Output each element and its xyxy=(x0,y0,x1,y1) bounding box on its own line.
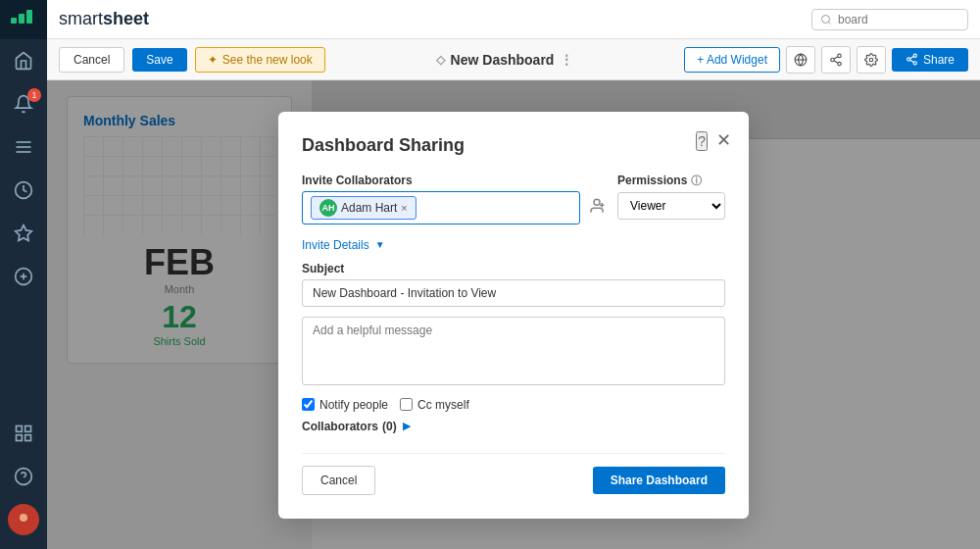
save-button[interactable]: Save xyxy=(132,48,186,72)
add-collaborator-icon[interactable] xyxy=(588,197,606,218)
collaborator-avatar: AH xyxy=(319,199,337,217)
permissions-info-icon[interactable]: ⓘ xyxy=(691,174,702,188)
tag-remove-button[interactable]: × xyxy=(401,202,407,214)
user-avatar xyxy=(8,504,39,535)
search-input[interactable] xyxy=(838,13,946,26)
actionbar: Cancel Save ✦ See the new look ◇ New Das… xyxy=(47,39,980,80)
search-icon xyxy=(820,14,832,25)
cancel-button[interactable]: Cancel xyxy=(59,47,124,73)
svg-line-33 xyxy=(910,57,914,59)
title-divider-icon: ◇ xyxy=(436,53,445,67)
checkbox-row: Notify people Cc myself xyxy=(302,398,725,412)
topbar: smartsheet xyxy=(47,0,980,39)
globe-button[interactable] xyxy=(786,46,815,74)
sidebar-item-favorites[interactable] xyxy=(0,212,47,255)
app-name: smartsheet xyxy=(59,9,149,29)
svg-rect-13 xyxy=(17,435,23,441)
subject-group: Subject xyxy=(302,262,725,307)
svg-point-25 xyxy=(838,62,842,66)
svg-point-31 xyxy=(913,62,916,65)
modal-close-button[interactable]: ✕ xyxy=(716,129,731,151)
svg-point-28 xyxy=(869,58,873,62)
collaborators-label: Collaborators (0) xyxy=(302,420,397,433)
sidebar-item-notifications[interactable]: 1 xyxy=(0,82,47,125)
actionbar-right: + Add Widget Share xyxy=(684,46,968,74)
svg-line-32 xyxy=(910,60,914,62)
dashboard-title: ◇ New Dashboard ⋮ xyxy=(333,52,676,68)
sidebar-item-home[interactable] xyxy=(0,39,47,82)
share-icon xyxy=(906,53,918,66)
sidebar-item-apps[interactable] xyxy=(0,412,47,455)
svg-point-29 xyxy=(913,54,916,57)
svg-point-30 xyxy=(907,58,910,61)
collaborators-row: Collaborators (0) ▶ xyxy=(302,420,725,433)
invite-box[interactable]: AH Adam Hart × xyxy=(302,191,580,225)
svg-rect-0 xyxy=(11,18,17,24)
search-box[interactable] xyxy=(811,9,968,30)
permissions-group: Permissions ⓘ Viewer Editor Admin xyxy=(617,174,725,220)
logo-area xyxy=(0,0,47,39)
sidebar-item-browse[interactable] xyxy=(0,125,47,169)
invite-group: Invite Collaborators AH Adam Hart × xyxy=(302,174,606,225)
notification-badge: 1 xyxy=(27,88,41,102)
invite-details-toggle[interactable]: Invite Details ▼ xyxy=(302,238,725,252)
connections-button[interactable] xyxy=(821,46,851,74)
title-menu-icon[interactable]: ⋮ xyxy=(560,52,573,68)
sharing-modal: Dashboard Sharing ? ✕ Invite Collaborato… xyxy=(278,112,749,519)
svg-rect-2 xyxy=(26,10,32,24)
invite-label: Invite Collaborators xyxy=(302,174,606,187)
sidebar: 1 xyxy=(0,0,47,549)
modal-cancel-button[interactable]: Cancel xyxy=(302,466,375,495)
svg-point-17 xyxy=(20,514,27,522)
invite-details-arrow-icon: ▼ xyxy=(375,239,385,250)
settings-button[interactable] xyxy=(857,46,886,74)
main-area: smartsheet Cancel Save ✦ See the new loo… xyxy=(47,0,980,549)
sidebar-item-recent[interactable] xyxy=(0,169,47,212)
notify-checkbox-label[interactable]: Notify people xyxy=(302,398,388,412)
message-textarea[interactable] xyxy=(302,317,725,385)
svg-rect-12 xyxy=(25,426,31,432)
collaborators-expand-button[interactable]: ▶ xyxy=(403,420,411,432)
sparkle-icon: ✦ xyxy=(208,53,218,67)
modal-overlay[interactable]: Dashboard Sharing ? ✕ Invite Collaborato… xyxy=(47,80,980,549)
modal-title: Dashboard Sharing xyxy=(302,135,725,156)
svg-point-23 xyxy=(838,54,842,58)
sidebar-item-help[interactable] xyxy=(0,455,47,498)
collaborator-tag: AH Adam Hart × xyxy=(311,196,416,220)
invite-row: Invite Collaborators AH Adam Hart × xyxy=(302,174,725,225)
svg-point-24 xyxy=(831,58,835,62)
subject-input[interactable] xyxy=(302,279,725,307)
collaborator-name: Adam Hart xyxy=(341,201,397,215)
svg-point-34 xyxy=(594,199,600,205)
svg-point-19 xyxy=(822,15,830,23)
cc-checkbox[interactable] xyxy=(400,398,413,411)
svg-rect-11 xyxy=(17,426,23,432)
svg-point-18 xyxy=(18,523,30,529)
subject-label: Subject xyxy=(302,262,725,275)
cc-checkbox-label[interactable]: Cc myself xyxy=(400,398,469,412)
svg-line-20 xyxy=(828,22,830,24)
svg-rect-1 xyxy=(19,14,24,24)
logo-icon xyxy=(11,10,36,29)
add-widget-button[interactable]: + Add Widget xyxy=(684,47,780,73)
permissions-label: Permissions ⓘ xyxy=(617,174,725,188)
svg-line-27 xyxy=(834,56,838,58)
sidebar-bottom xyxy=(0,412,47,549)
modal-footer: Cancel Share Dashboard xyxy=(302,453,725,495)
new-look-button[interactable]: ✦ See the new look xyxy=(195,47,325,73)
sidebar-item-avatar[interactable] xyxy=(0,498,47,541)
svg-rect-14 xyxy=(25,435,31,441)
svg-line-26 xyxy=(834,60,838,62)
modal-help-button[interactable]: ? xyxy=(696,131,708,151)
share-button[interactable]: Share xyxy=(892,48,968,72)
modal-share-button[interactable]: Share Dashboard xyxy=(593,467,725,494)
permissions-select[interactable]: Viewer Editor Admin xyxy=(617,192,725,220)
content-area: Monthly Sales FEB Month 12 Shirts Sold 7… xyxy=(47,80,980,549)
svg-marker-7 xyxy=(16,225,32,241)
notify-checkbox[interactable] xyxy=(302,398,315,411)
sidebar-item-new[interactable] xyxy=(0,255,47,298)
